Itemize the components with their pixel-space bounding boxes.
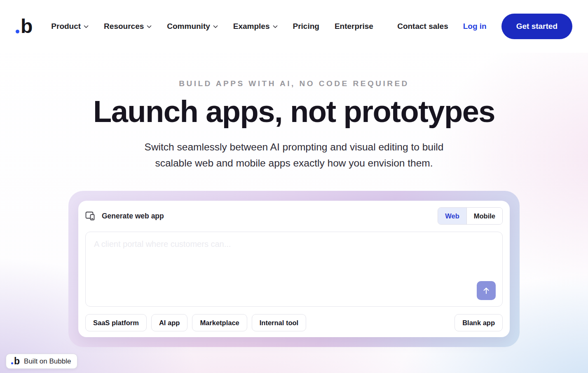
toggle-option-mobile[interactable]: Mobile [466, 208, 502, 224]
built-on-bubble-badge[interactable]: b Built on Bubble [6, 354, 77, 369]
generator-header: Generate web app Web Mobile [85, 207, 503, 225]
logo-letter: b [21, 17, 32, 35]
app-generator-panel: Generate web app Web Mobile [68, 191, 520, 347]
platform-toggle: Web Mobile [438, 207, 503, 225]
top-navigation-bar: b Product Resources Community Examples [0, 0, 588, 53]
chip-blank-app[interactable]: Blank app [454, 314, 503, 331]
get-started-button[interactable]: Get started [501, 14, 572, 39]
chevron-down-icon [84, 25, 89, 28]
arrow-up-icon [482, 286, 491, 295]
hero-subtitle-line1: Switch seamlessly between AI prompting a… [0, 139, 588, 155]
nav-item-label: Resources [104, 22, 144, 31]
nav-item-product[interactable]: Product [51, 22, 89, 31]
nav-item-label: Community [167, 22, 210, 31]
hero-eyebrow: BUILD APPS WITH AI, NO CODE REQUIRED [0, 79, 588, 88]
chip-ai-app[interactable]: AI app [151, 314, 187, 331]
logo-dot-icon [16, 30, 19, 33]
prompt-area [85, 232, 503, 307]
generator-title: Generate web app [102, 212, 164, 221]
logo-letter: b [14, 357, 20, 366]
main-nav: Product Resources Community Examples Pri… [51, 22, 373, 31]
prompt-input[interactable] [85, 232, 503, 307]
nav-item-label: Product [51, 22, 81, 31]
nav-item-label: Enterprise [335, 22, 373, 31]
hero-subtitle-line2: scalable web and mobile apps exactly how… [0, 155, 588, 171]
hero-subtitle: Switch seamlessly between AI prompting a… [0, 139, 588, 171]
chevron-down-icon [273, 25, 278, 28]
chip-saas-platform[interactable]: SaaS platform [85, 314, 147, 331]
bubble-logo[interactable]: b [16, 17, 32, 35]
log-in-link[interactable]: Log in [463, 22, 487, 31]
nav-item-enterprise[interactable]: Enterprise [335, 22, 373, 31]
nav-item-resources[interactable]: Resources [104, 22, 152, 31]
nav-item-examples[interactable]: Examples [233, 22, 278, 31]
chevron-down-icon [147, 25, 152, 28]
devices-icon [85, 211, 96, 221]
nav-item-label: Examples [233, 22, 270, 31]
suggestion-chips-row: SaaS platform AI app Marketplace Interna… [85, 314, 503, 331]
chip-marketplace[interactable]: Marketplace [192, 314, 247, 331]
nav-item-community[interactable]: Community [167, 22, 218, 31]
built-on-bubble-label: Built on Bubble [24, 357, 71, 366]
hero-title: Launch apps, not prototypes [0, 95, 588, 128]
submit-prompt-button[interactable] [477, 281, 496, 300]
logo-dot-icon [11, 362, 13, 364]
hero-section: BUILD APPS WITH AI, NO CODE REQUIRED Lau… [0, 79, 588, 347]
nav-item-pricing[interactable]: Pricing [293, 22, 319, 31]
chevron-down-icon [213, 25, 218, 28]
app-generator-card: Generate web app Web Mobile [78, 201, 510, 337]
nav-item-label: Pricing [293, 22, 319, 31]
nav-actions: Contact sales Log in Get started [397, 14, 572, 39]
toggle-option-web[interactable]: Web [438, 208, 466, 224]
bubble-mini-logo: b [11, 357, 20, 366]
chip-internal-tool[interactable]: Internal tool [252, 314, 306, 331]
contact-sales-link[interactable]: Contact sales [397, 22, 448, 31]
